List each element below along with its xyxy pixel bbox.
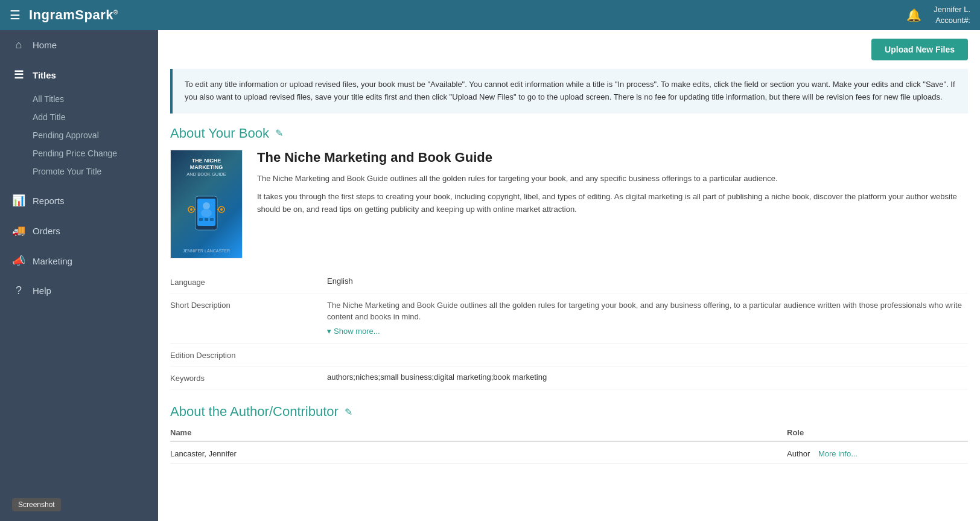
about-author-edit-icon[interactable]: ✎ — [345, 406, 352, 418]
book-cover-image: THE NICHE MARKETING AND BOOK GUIDE — [171, 150, 242, 258]
language-label: Language — [170, 276, 327, 287]
notification-bell-icon[interactable]: 🔔 — [906, 8, 921, 22]
about-book-section-header: About Your Book ✎ — [170, 126, 968, 141]
book-cover-author: JENNIFER LANCASTER — [183, 249, 230, 253]
svg-rect-10 — [199, 218, 203, 221]
sidebar-item-titles[interactable]: ☰ Titles — [0, 60, 158, 90]
field-row-language: Language English — [170, 270, 968, 293]
book-cover-title-top: THE NICHE — [186, 158, 226, 165]
field-row-short-desc: Short Description The Niche Marketing an… — [170, 293, 968, 344]
edition-label: Edition Description — [170, 350, 327, 360]
info-banner: To edit any title information or upload … — [170, 69, 968, 113]
short-desc-value-area: The Niche Marketing and Book Guide outli… — [327, 299, 968, 337]
about-book-edit-icon[interactable]: ✎ — [275, 127, 283, 139]
screenshot-tooltip: Screenshot — [12, 498, 61, 511]
titles-submenu: All Titles Add Title Pending Approval Pe… — [0, 90, 158, 185]
contributor-name-col-header: Name — [170, 428, 787, 437]
orders-icon: 🚚 — [12, 224, 25, 237]
book-desc-1: The Niche Marketing and Book Guide outli… — [257, 173, 968, 185]
sidebar-item-promote-your-title[interactable]: Promote Your Title — [33, 162, 158, 181]
show-more-link[interactable]: ▾ Show more... — [327, 325, 968, 337]
sidebar-item-reports[interactable]: 📊 Reports — [0, 185, 158, 216]
sidebar-item-marketing[interactable]: 📣 Marketing — [0, 246, 158, 276]
svg-point-2 — [203, 202, 210, 209]
book-cover-graphic — [182, 191, 231, 234]
book-info-block: THE NICHE MARKETING AND BOOK GUIDE — [170, 150, 968, 258]
marketing-icon: 📣 — [12, 254, 25, 267]
sidebar-item-pending-approval[interactable]: Pending Approval — [33, 126, 158, 144]
svg-rect-12 — [210, 218, 214, 221]
contributor-role-col-header: Role — [787, 428, 968, 437]
book-cover-highlight: MARKETING — [186, 164, 226, 171]
book-cover: THE NICHE MARKETING AND BOOK GUIDE — [170, 150, 243, 258]
field-row-keywords: Keywords authors;niches;small business;d… — [170, 366, 968, 389]
reports-icon: 📊 — [12, 194, 25, 207]
sidebar-item-marketing-label: Marketing — [33, 256, 72, 266]
sidebar-item-add-title[interactable]: Add Title — [33, 108, 158, 126]
chevron-down-icon: ▾ — [327, 325, 331, 337]
main-layout: ⌂ Home ☰ Titles All Titles Add Title Pen… — [0, 30, 980, 521]
contributor-name-value: Lancaster, Jennifer — [170, 449, 787, 458]
main-content: Upload New Files To edit any title infor… — [158, 30, 980, 521]
sidebar-item-orders[interactable]: 🚚 Orders — [0, 216, 158, 246]
about-book-title: About Your Book — [170, 126, 269, 141]
short-desc-label: Short Description — [170, 299, 327, 310]
help-icon: ? — [12, 284, 25, 297]
language-value: English — [327, 276, 968, 286]
upload-new-files-button[interactable]: Upload New Files — [871, 39, 968, 60]
sidebar-item-titles-label: Titles — [33, 70, 56, 80]
svg-point-7 — [220, 208, 223, 211]
book-desc-2: It takes you through the first steps to … — [257, 191, 968, 216]
content-header: Upload New Files — [158, 30, 980, 60]
contributor-table: Name Role Lancaster, Jennifer Author Mor… — [170, 428, 968, 464]
sidebar-item-help-label: Help — [33, 286, 51, 296]
short-desc-text: The Niche Marketing and Book Guide outli… — [327, 299, 968, 323]
svg-point-6 — [190, 208, 192, 211]
hamburger-icon[interactable]: ☰ — [10, 8, 21, 22]
keywords-label: Keywords — [170, 372, 327, 383]
sidebar-item-pending-price-change[interactable]: Pending Price Change — [33, 144, 158, 162]
keywords-value: authors;niches;small business;digital ma… — [327, 372, 968, 382]
field-row-edition: Edition Description — [170, 344, 968, 366]
sidebar: ⌂ Home ☰ Titles All Titles Add Title Pen… — [0, 30, 158, 521]
sidebar-bottom: Screenshot — [0, 488, 158, 521]
book-main-title: The Niche Marketing and Book Guide — [257, 150, 968, 165]
book-description: The Niche Marketing and Book Guide The N… — [257, 150, 968, 258]
contributor-row: Lancaster, Jennifer Author More info... — [170, 444, 968, 464]
sidebar-item-orders-label: Orders — [33, 226, 60, 236]
about-author-section-header: About the Author/Contributor ✎ — [170, 404, 968, 420]
sidebar-item-reports-label: Reports — [33, 196, 65, 206]
user-info: Jennifer L. Account#: — [934, 4, 970, 26]
app-logo: IngramSpark® — [29, 7, 118, 23]
home-icon: ⌂ — [12, 39, 25, 51]
contributor-role-value: Author More info... — [787, 449, 968, 458]
svg-rect-11 — [205, 218, 208, 221]
sidebar-item-help[interactable]: ? Help — [0, 276, 158, 305]
topbar: ☰ IngramSpark® 🔔 Jennifer L. Account#: — [0, 0, 980, 30]
sidebar-item-all-titles[interactable]: All Titles — [33, 90, 158, 108]
book-cover-and: AND BOOK GUIDE — [186, 171, 226, 177]
sidebar-item-home-label: Home — [33, 40, 57, 50]
sidebar-item-home[interactable]: ⌂ Home — [0, 30, 158, 60]
contributor-more-info-link[interactable]: More info... — [818, 449, 858, 458]
contributor-header: Name Role — [170, 428, 968, 442]
about-author-title: About the Author/Contributor — [170, 404, 339, 420]
topbar-right: 🔔 Jennifer L. Account#: — [906, 4, 970, 26]
svg-point-3 — [201, 209, 212, 217]
fields-table: Language English Short Description The N… — [170, 270, 968, 390]
titles-icon: ☰ — [12, 68, 25, 82]
